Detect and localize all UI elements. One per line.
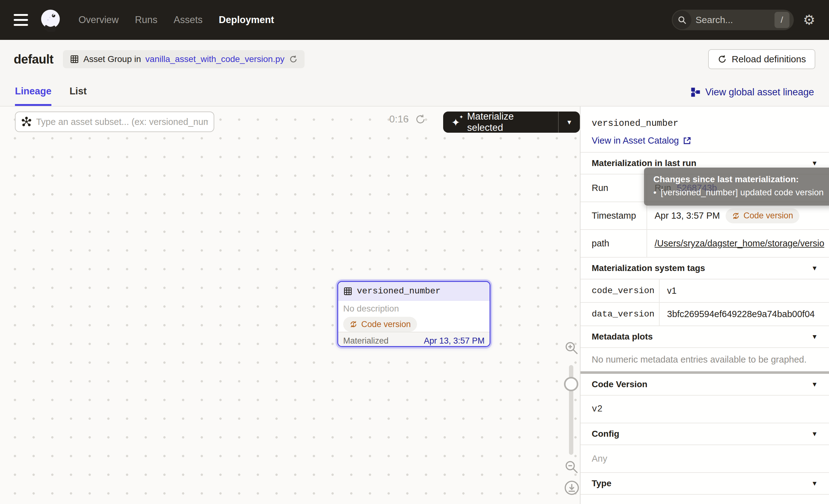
config-value: Any <box>592 454 607 464</box>
chevron-down-icon: ▼ <box>811 430 818 438</box>
section-type[interactable]: Type ▼ <box>580 473 829 495</box>
asset-node-header[interactable]: versioned_number <box>338 282 490 300</box>
tooltip-title: Changes since last materialization: <box>653 174 829 184</box>
asset-subset-input[interactable] <box>36 117 208 127</box>
page-header: default Asset Group in vanilla_asset_wit… <box>0 40 829 78</box>
section-title: Code Version <box>592 380 647 389</box>
settings-gear-icon[interactable]: ⚙ <box>803 13 815 27</box>
search-input[interactable] <box>691 15 774 25</box>
code-version-value: v2 <box>592 404 603 414</box>
breadcrumb: Asset Group in vanilla_asset_with_code_v… <box>63 50 304 68</box>
breadcrumb-prefix: Asset Group in <box>83 54 141 64</box>
view-tabs: Lineage List View global asset lineage <box>0 78 829 107</box>
materialize-selected-label: Materialize selected <box>467 111 550 133</box>
lineage-graph-icon <box>690 87 700 97</box>
code-version-tag-key: code_version <box>580 279 659 302</box>
code-version-changed-icon <box>350 320 358 328</box>
zoom-out-icon[interactable] <box>564 459 579 475</box>
badge-label: Code version <box>744 211 793 220</box>
chevron-down-icon: ▼ <box>811 333 818 340</box>
global-search[interactable]: / <box>672 10 794 30</box>
materialized-timestamp-link[interactable]: Apr 13, 3:57 PM <box>424 336 484 346</box>
chevron-down-icon: ▼ <box>811 264 818 272</box>
sparkle-icon: ✦✦ <box>451 116 462 128</box>
code-version-value-row: v2 <box>580 396 829 423</box>
breadcrumb-file-link[interactable]: vanilla_asset_with_code_version.py <box>145 54 285 64</box>
external-link-icon <box>683 137 691 145</box>
code-version-tag-value: v1 <box>667 286 677 296</box>
metadata-empty-message: No numeric metadata entries available to… <box>580 348 829 371</box>
timestamp-row: Timestamp Apr 13, 3:57 PM Code version <box>580 202 829 230</box>
panel-asset-summary: versioned_number View in Asset Catalog <box>580 107 829 153</box>
asset-node-description: No description <box>343 304 484 314</box>
asset-details-panel: versioned_number View in Asset Catalog M… <box>580 107 829 504</box>
path-label: path <box>580 230 647 257</box>
section-title: Config <box>592 429 619 439</box>
zoom-in-icon[interactable] <box>564 340 579 356</box>
view-global-asset-lineage-label: View global asset lineage <box>706 86 814 98</box>
asset-table-icon <box>343 287 353 296</box>
code-version-tag-row: code_version v1 <box>580 279 829 303</box>
hamburger-menu-icon[interactable] <box>14 14 28 26</box>
asset-graph-icon <box>21 116 32 127</box>
section-metadata-plots[interactable]: Metadata plots ▼ <box>580 326 829 348</box>
timestamp-code-version-badge[interactable]: Code version <box>726 208 799 223</box>
refresh-timer-icon[interactable] <box>415 114 426 125</box>
code-version-badge-label: Code version <box>361 320 411 329</box>
section-code-version[interactable]: Code Version ▼ <box>580 374 829 396</box>
section-title: Materialization in last run <box>592 158 696 168</box>
section-divider <box>580 371 829 374</box>
dagster-app-window: Overview Runs Assets Deployment / ⚙ defa… <box>0 0 829 504</box>
materialized-status-label: Materialized <box>343 336 389 346</box>
timestamp-label: Timestamp <box>580 202 647 229</box>
code-version-changed-icon <box>732 212 740 220</box>
materialize-dropdown-button[interactable]: ▾ <box>558 111 580 133</box>
search-icon <box>673 10 691 29</box>
view-global-asset-lineage-link[interactable]: View global asset lineage <box>690 78 814 106</box>
tab-lineage[interactable]: Lineage <box>15 78 51 106</box>
page-title: default <box>14 52 53 66</box>
reload-definitions-label: Reload definitions <box>732 54 806 65</box>
chevron-down-icon: ▼ <box>811 480 818 487</box>
chevron-down-icon: ▼ <box>811 381 818 388</box>
download-view-icon[interactable] <box>564 480 580 496</box>
asset-subset-filter[interactable] <box>15 111 214 132</box>
data-version-tag-key: data_version <box>580 303 659 325</box>
view-in-asset-catalog-label: View in Asset Catalog <box>592 136 679 146</box>
path-row: path /Users/sryza/dagster_home/storage/v… <box>580 230 829 258</box>
data-version-tag-row: data_version 3bfc269594ef649228e9a74bab0… <box>580 303 829 326</box>
nav-item-runs[interactable]: Runs <box>135 14 157 26</box>
panel-asset-name: versioned_number <box>592 118 818 129</box>
primary-nav: Overview Runs Assets Deployment <box>78 14 274 26</box>
section-title: Metadata plots <box>592 332 653 342</box>
lineage-canvas[interactable]: 0:16 ✦✦ Materialize selected ▾ <box>0 107 580 504</box>
chevron-down-icon: ▼ <box>811 159 818 167</box>
refresh-icon[interactable] <box>289 55 298 64</box>
asset-node-title: versioned_number <box>357 286 441 296</box>
search-shortcut-key: / <box>774 12 789 28</box>
code-version-badge[interactable]: Code version <box>343 317 417 332</box>
section-materialization-system-tags[interactable]: Materialization system tags ▼ <box>580 258 829 279</box>
tooltip-item-text: [versioned_number] updated code version <box>661 187 824 197</box>
reload-definitions-button[interactable]: Reload definitions <box>708 49 816 69</box>
nav-item-overview[interactable]: Overview <box>78 14 119 26</box>
dagster-logo-icon[interactable] <box>39 8 62 32</box>
nav-item-assets[interactable]: Assets <box>174 14 203 26</box>
asset-node-versioned-number[interactable]: versioned_number No description Code ver… <box>336 279 492 349</box>
section-config[interactable]: Config ▼ <box>580 423 829 445</box>
zoom-slider-handle[interactable] <box>564 377 578 391</box>
auto-refresh-timer: 0:16 <box>389 113 426 125</box>
materialize-selected-button[interactable]: ✦✦ Materialize selected ▾ <box>443 111 580 133</box>
timestamp-value: Apr 13, 3:57 PM <box>655 211 720 221</box>
reload-icon <box>718 55 727 64</box>
tab-list[interactable]: List <box>69 78 86 106</box>
view-in-asset-catalog-link[interactable]: View in Asset Catalog <box>592 136 691 146</box>
top-nav-bar: Overview Runs Assets Deployment / ⚙ <box>0 0 829 40</box>
path-value-link[interactable]: /Users/sryza/dagster_home/storage/versio <box>655 238 824 249</box>
main-content: 0:16 ✦✦ Materialize selected ▾ <box>0 107 829 504</box>
changes-tooltip: Changes since last materialization: • [v… <box>644 168 829 206</box>
asset-node-body: No description Code version <box>338 300 490 332</box>
run-label: Run <box>580 174 647 202</box>
asset-node-footer: Materialized Apr 13, 3:57 PM <box>338 332 490 347</box>
nav-item-deployment[interactable]: Deployment <box>219 14 274 26</box>
